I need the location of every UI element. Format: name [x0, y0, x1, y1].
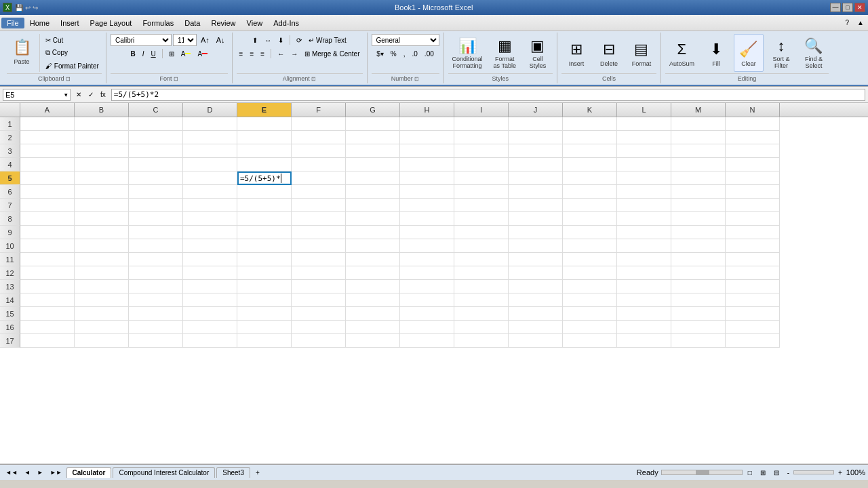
col-header-l[interactable]: L — [617, 103, 671, 117]
font-color-button[interactable]: A — [195, 47, 210, 60]
restore-button[interactable]: □ — [842, 3, 853, 12]
delete-button[interactable]: ⊟ Delete — [594, 34, 624, 72]
col-header-i[interactable]: I — [454, 103, 509, 117]
cell-l2[interactable] — [617, 131, 671, 144]
cell-b1[interactable] — [75, 117, 129, 131]
sheet-tab-sheet3[interactable]: Sheet3 — [216, 467, 250, 478]
cell-d5[interactable] — [183, 171, 237, 185]
cell-k1[interactable] — [563, 117, 617, 131]
cell-h2[interactable] — [400, 131, 454, 144]
cell-c2[interactable] — [129, 131, 183, 144]
cell-e1[interactable] — [237, 117, 292, 131]
font-grow-button[interactable]: A↑ — [198, 34, 212, 46]
cell-c4[interactable] — [129, 158, 183, 171]
cell-c5[interactable] — [129, 171, 183, 185]
cell-e4[interactable] — [237, 158, 292, 171]
zoom-out-button[interactable]: - — [785, 466, 792, 479]
menu-data[interactable]: Data — [179, 18, 205, 28]
col-header-g[interactable]: G — [346, 103, 400, 117]
copy-button[interactable]: ⧉ Copy — [43, 47, 102, 59]
minimize-button[interactable]: — — [830, 3, 841, 12]
cell-e5[interactable]: =5/(5+5)* — [237, 171, 292, 185]
cell-g1[interactable] — [346, 117, 400, 131]
row-header-4[interactable]: 4 — [0, 158, 20, 171]
add-sheet-button[interactable]: + — [253, 466, 262, 479]
align-middle-button[interactable]: ↔ — [262, 34, 274, 46]
clipboard-expand-icon[interactable]: ⊡ — [66, 76, 71, 82]
cell-d2[interactable] — [183, 131, 237, 144]
cell-l4[interactable] — [617, 158, 671, 171]
cancel-formula-button[interactable]: ✕ — [73, 89, 84, 101]
insert-button[interactable]: ⊞ Insert — [561, 34, 591, 72]
wrap-text-button[interactable]: ↵ Wrap Text — [306, 34, 349, 46]
col-header-n[interactable]: N — [726, 103, 780, 117]
cell-m3[interactable] — [671, 144, 726, 158]
col-header-m[interactable]: M — [671, 103, 726, 117]
close-button[interactable]: ✕ — [854, 3, 865, 12]
cell-d1[interactable] — [183, 117, 237, 131]
fill-color-button[interactable]: A — [178, 47, 194, 60]
row-header-6[interactable]: 6 — [0, 185, 20, 199]
cell-l5[interactable] — [617, 171, 671, 185]
menu-view[interactable]: View — [241, 18, 269, 28]
find-select-button[interactable]: 🔍 Find &Select — [799, 34, 829, 72]
paste-button[interactable]: 📋 Paste — [7, 34, 37, 68]
cell-j3[interactable] — [509, 144, 563, 158]
row-header-5[interactable]: 5 — [0, 171, 20, 185]
cell-g3[interactable] — [346, 144, 400, 158]
cell-a1[interactable] — [20, 117, 75, 131]
format-painter-button[interactable]: 🖌 Format Painter — [43, 60, 102, 72]
cell-e2[interactable] — [237, 131, 292, 144]
cell-a5[interactable] — [20, 171, 75, 185]
cell-i4[interactable] — [454, 158, 509, 171]
cut-button[interactable]: ✂ Cut — [43, 34, 102, 46]
font-expand-icon[interactable]: ⊡ — [174, 76, 178, 82]
cell-a3[interactable] — [20, 144, 75, 158]
cell-m4[interactable] — [671, 158, 726, 171]
cell-n3[interactable] — [726, 144, 780, 158]
underline-button[interactable]: U — [148, 47, 158, 60]
cell-b6[interactable] — [75, 185, 129, 199]
menu-insert[interactable]: Insert — [55, 18, 85, 28]
cell-f6[interactable] — [292, 185, 346, 199]
sheet-tab-compound[interactable]: Compound Interest Calculator — [113, 467, 215, 478]
bold-button[interactable]: B — [127, 47, 138, 60]
cell-m5[interactable] — [671, 171, 726, 185]
cell-j4[interactable] — [509, 158, 563, 171]
cell-i5[interactable] — [454, 171, 509, 185]
format-button[interactable]: ▤ Format — [627, 34, 656, 72]
row-header-16[interactable]: 16 — [0, 321, 20, 334]
align-right-button[interactable]: ≡ — [258, 47, 267, 60]
cell-j2[interactable] — [509, 131, 563, 144]
conditional-formatting-button[interactable]: 📊 ConditionalFormatting — [448, 34, 487, 72]
cell-f2[interactable] — [292, 131, 346, 144]
cell-k6[interactable] — [563, 185, 617, 199]
window-controls[interactable]: — □ ✕ — [830, 3, 865, 12]
cell-c1[interactable] — [129, 117, 183, 131]
cell-l3[interactable] — [617, 144, 671, 158]
row-header-3[interactable]: 3 — [0, 144, 20, 158]
italic-button[interactable]: I — [140, 47, 147, 60]
font-name-select[interactable]: Calibri — [111, 34, 172, 46]
cell-i1[interactable] — [454, 117, 509, 131]
cell-a6[interactable] — [20, 185, 75, 199]
scroll-sheets-right-button[interactable]: ►► — [47, 466, 65, 479]
name-box[interactable]: E5 ▾ — [3, 89, 71, 101]
cell-n5[interactable] — [726, 171, 780, 185]
cell-i6[interactable] — [454, 185, 509, 199]
name-box-arrow[interactable]: ▾ — [64, 92, 68, 98]
corner-cell[interactable] — [0, 103, 20, 117]
decrease-indent-button[interactable]: ← — [275, 47, 287, 60]
align-bottom-button[interactable]: ⬇ — [275, 34, 286, 46]
scroll-bar[interactable] — [661, 470, 743, 475]
cell-k3[interactable] — [563, 144, 617, 158]
zoom-slider[interactable] — [793, 470, 834, 474]
cell-a4[interactable] — [20, 158, 75, 171]
cell-h6[interactable] — [400, 185, 454, 199]
merge-center-button[interactable]: ⊞ Merge & Center — [302, 47, 362, 60]
cell-m2[interactable] — [671, 131, 726, 144]
cell-m1[interactable] — [671, 117, 726, 131]
format-as-table-button[interactable]: ▦ Formatas Table — [490, 34, 520, 72]
col-header-e[interactable]: E — [237, 103, 292, 117]
menu-addins[interactable]: Add-Ins — [268, 18, 304, 28]
